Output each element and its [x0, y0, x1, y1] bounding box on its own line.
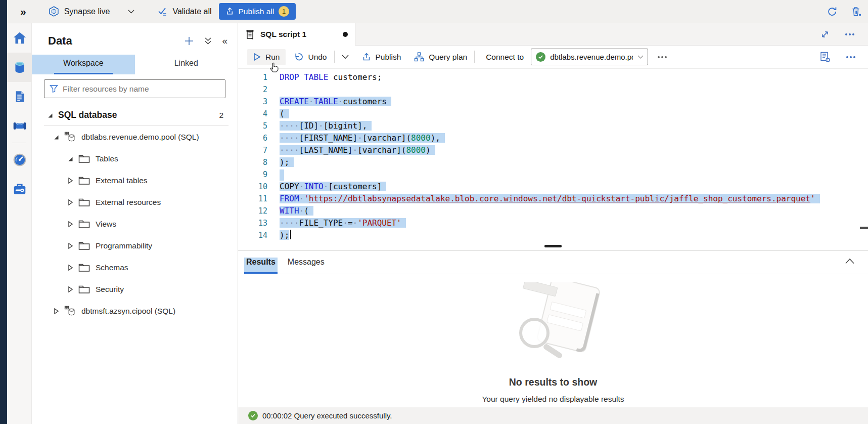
- pool-status-ok-icon: [536, 52, 545, 62]
- code-line-5[interactable]: 5····[ID]·[bigint],: [238, 120, 868, 132]
- code-line-4[interactable]: 4(: [238, 108, 868, 120]
- tab-linked[interactable]: Linked: [135, 55, 238, 74]
- nav-manage[interactable]: [7, 175, 32, 204]
- selection-highlight: CREATE·TABLE·customers: [280, 97, 391, 106]
- code-line-11[interactable]: 11FROM·'https://dbtlabsynapsedatalake.bl…: [238, 193, 868, 205]
- collapsed-arrow-icon[interactable]: [67, 199, 78, 206]
- nav-monitor[interactable]: [7, 145, 32, 175]
- selection-highlight: );: [280, 157, 294, 167]
- code-line-3[interactable]: 3CREATE·TABLE·customers: [238, 96, 868, 108]
- tree-item-sql-database[interactable]: SQL database2: [32, 104, 238, 126]
- collapsed-arrow-icon[interactable]: [67, 177, 78, 184]
- code-line-1[interactable]: 1DROP TABLE customers;: [238, 71, 868, 83]
- rail-expand-icon[interactable]: »: [20, 6, 26, 18]
- filter-resources-input[interactable]: [63, 84, 220, 94]
- query-plan-label: Query plan: [429, 53, 467, 62]
- sql-editor[interactable]: 1DROP TABLE customers;23CREATE·TABLE·cus…: [238, 69, 868, 249]
- line-content: COPY·INTO·[customers]: [280, 181, 386, 193]
- expanded-arrow-icon[interactable]: [67, 156, 78, 162]
- code-line-12[interactable]: 12WITH·(: [238, 205, 868, 217]
- tab-sql-script-1[interactable]: SQL script 1: [238, 23, 355, 46]
- code-line-10[interactable]: 10COPY·INTO·[customers]: [238, 181, 868, 193]
- run-button[interactable]: Run: [247, 49, 286, 65]
- line-number: 4: [238, 108, 267, 120]
- tab-messages[interactable]: Messages: [286, 258, 327, 274]
- dropdown-chevron-icon: [637, 55, 644, 59]
- publish-button[interactable]: Publish: [362, 53, 401, 62]
- properties-icon[interactable]: [820, 52, 831, 63]
- expanded-arrow-icon[interactable]: [53, 134, 64, 140]
- nav-integrate[interactable]: [7, 111, 32, 141]
- nav-develop[interactable]: [7, 82, 32, 111]
- run-play-icon: [253, 53, 261, 61]
- code-line-9[interactable]: 9: [238, 168, 868, 181]
- data-panel: Data « Workspace Linked SQL database2dbt…: [32, 23, 238, 424]
- editor-more-icon[interactable]: [846, 56, 856, 59]
- pool-select-dropdown[interactable]: dbtlabs.revenue.demo.pool: [531, 49, 648, 65]
- collapse-results-icon[interactable]: [845, 257, 855, 266]
- undo-button[interactable]: Undo: [294, 52, 327, 62]
- run-options-chevron-icon[interactable]: [342, 55, 349, 59]
- more-options-icon[interactable]: [845, 33, 855, 36]
- expand-editor-icon[interactable]: [820, 30, 830, 39]
- validate-all-button[interactable]: Validate all: [158, 7, 211, 16]
- code-line-7[interactable]: 7····[LAST_NAME]·[varchar](8000): [238, 144, 868, 156]
- page-title: Data: [48, 34, 72, 48]
- discard-trash-icon[interactable]: [851, 6, 862, 17]
- tree-item-schemas[interactable]: Schemas: [32, 257, 238, 278]
- line-number: 10: [238, 181, 267, 193]
- collapse-panel-icon[interactable]: «: [222, 35, 227, 47]
- nav-data[interactable]: [7, 53, 32, 82]
- chevron-down-icon[interactable]: [128, 10, 134, 14]
- tab-workspace[interactable]: Workspace: [32, 55, 135, 74]
- toolbar-divider-2: [474, 51, 475, 63]
- refresh-icon[interactable]: [827, 6, 838, 17]
- tree-item-dbtlabs-revenue-demo-pool-sql[interactable]: dbtlabs.revenue.demo.pool (SQL): [32, 126, 238, 148]
- tree-item-dbtmsft-azsyn-cipool-sql[interactable]: dbtmsft.azsyn.cipool (SQL): [32, 300, 238, 322]
- line-number: 13: [238, 217, 267, 229]
- scrollbar-thumb[interactable]: [860, 227, 868, 229]
- tree-item-external-resources[interactable]: External resources: [32, 191, 238, 213]
- tree-item-tables[interactable]: Tables: [32, 148, 238, 169]
- empty-results-subtitle: Your query yielded no displayable result…: [482, 395, 624, 404]
- code-line-13[interactable]: 13····FILE_TYPE·=·'PARQUET': [238, 217, 868, 229]
- data-panel-header: Data «: [32, 23, 238, 51]
- code-line-14[interactable]: 14);: [238, 229, 868, 241]
- tree-item-programmability[interactable]: Programmability: [32, 235, 238, 257]
- collapsed-arrow-icon[interactable]: [53, 308, 64, 315]
- expanded-arrow-icon[interactable]: [47, 112, 58, 118]
- unsaved-indicator: [343, 32, 348, 37]
- mode-switcher[interactable]: Synapse live: [49, 6, 135, 17]
- tree-item-label: External tables: [96, 176, 148, 185]
- tree-item-external-tables[interactable]: External tables: [32, 169, 238, 191]
- code-line-8[interactable]: 8);: [238, 156, 868, 168]
- line-content: DROP TABLE customers;: [280, 71, 382, 83]
- publish-all-button[interactable]: Publish all 1: [219, 3, 296, 20]
- tab-results[interactable]: Results: [244, 258, 278, 274]
- collapsed-arrow-icon[interactable]: [67, 264, 78, 271]
- query-plan-button[interactable]: Query plan: [414, 52, 467, 62]
- tree-item-label: dbtmsft.azsyn.cipool (SQL): [81, 307, 175, 316]
- line-content: ····[FIRST_NAME]·[varchar](8000),: [280, 132, 445, 144]
- double-chevron-down-icon[interactable]: [204, 37, 212, 45]
- collapsed-arrow-icon[interactable]: [67, 242, 78, 249]
- collapsed-arrow-icon[interactable]: [67, 286, 78, 293]
- nav-home[interactable]: [7, 23, 32, 53]
- line-content: CREATE·TABLE·customers: [280, 96, 391, 108]
- code-line-6[interactable]: 6····[FIRST_NAME]·[varchar](8000),: [238, 132, 868, 144]
- splitter-handle[interactable]: [544, 245, 562, 247]
- tree-item-label: Security: [96, 285, 124, 294]
- code-line-2[interactable]: 2: [238, 83, 868, 96]
- collapsed-arrow-icon[interactable]: [67, 221, 78, 228]
- tree-item-views[interactable]: Views: [32, 213, 238, 235]
- connect-more-icon[interactable]: [657, 56, 667, 59]
- rail-divider: [12, 143, 26, 143]
- tree-item-security[interactable]: Security: [32, 278, 238, 300]
- data-panel-tabs: Workspace Linked: [32, 55, 238, 74]
- tree-item-count: 2: [219, 111, 223, 120]
- synapse-live-icon: [49, 6, 59, 17]
- selection-highlight: COPY·INTO·[customers]: [280, 182, 386, 191]
- main-area: SQL script 1 Run: [238, 23, 868, 424]
- add-resource-icon[interactable]: [184, 36, 194, 46]
- mode-label: Synapse live: [64, 7, 110, 16]
